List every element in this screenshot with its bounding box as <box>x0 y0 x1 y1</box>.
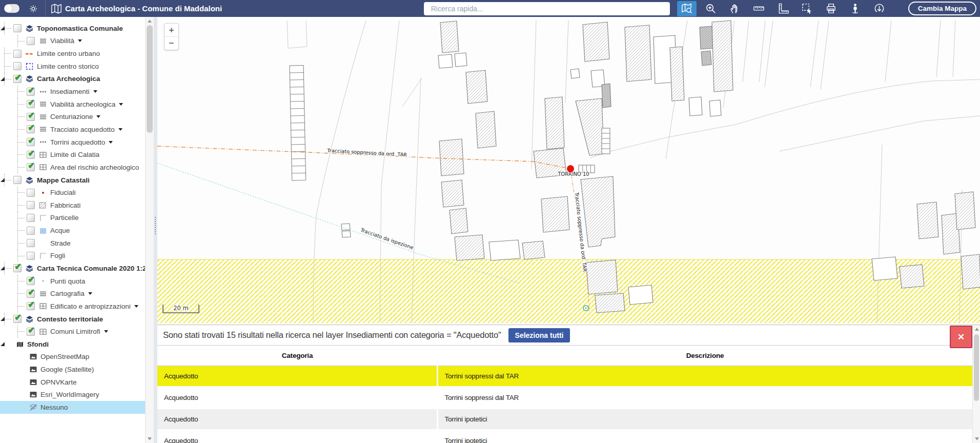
expand-arrow-icon[interactable] <box>1 26 5 30</box>
sidebar-item-tracciato-acquedotto[interactable]: Tracciato acquedotto <box>0 123 145 136</box>
sidebar-item-sfondi[interactable]: Sfondi <box>0 338 145 351</box>
layer-checkbox[interactable] <box>27 113 35 121</box>
expand-arrow-icon[interactable] <box>1 77 5 81</box>
cell-descrizione[interactable]: Torrini ipotetici <box>437 430 973 443</box>
sidebar-item-carta-archeologica[interactable]: Carta Archeologica <box>0 73 145 86</box>
layer-checkbox[interactable] <box>27 252 35 260</box>
sidebar-item-area-del-rischio-archeologico[interactable]: Area del rischio archeologico <box>0 161 145 174</box>
layer-checkbox[interactable] <box>13 176 22 184</box>
sidebar-item-viabilit-archeologica[interactable]: Viabilità archeologica <box>0 98 145 111</box>
sidebar-splitter[interactable] <box>154 17 157 443</box>
cell-categoria[interactable]: Acquedotto <box>157 430 437 443</box>
layer-checkbox[interactable] <box>27 290 35 298</box>
layer-checkbox[interactable] <box>27 239 35 247</box>
scroll-up-icon[interactable] <box>148 19 152 23</box>
sidebar-item-edificato-e-antropizzazioni[interactable]: Edificato e antropizzazioni <box>0 300 145 313</box>
torrino-marker[interactable] <box>567 165 574 172</box>
layer-checkbox[interactable] <box>27 37 35 45</box>
expand-arrow-icon[interactable] <box>1 317 5 321</box>
brightness-icon[interactable] <box>28 3 39 14</box>
layer-checkbox[interactable] <box>27 201 35 209</box>
chevron-down-icon[interactable] <box>88 292 92 295</box>
expand-arrow-icon[interactable] <box>1 178 5 182</box>
table-row[interactable]: AcquedottoTorrini ipotetici <box>157 430 973 443</box>
cell-descrizione[interactable]: Torrini soppressi dal TAR <box>437 366 973 387</box>
sidebar-item-nessuno[interactable]: Nessuno <box>0 401 145 414</box>
scroll-up-icon[interactable] <box>975 328 979 331</box>
sidebar-item-fogli[interactable]: Fogli <box>0 250 145 263</box>
theme-toggle[interactable] <box>4 4 19 13</box>
sidebar-item-strade[interactable]: Strade <box>0 237 145 250</box>
expand-arrow-icon[interactable] <box>1 266 5 270</box>
sidebar-item-cartografia[interactable]: Cartografia <box>0 287 145 300</box>
layer-checkbox[interactable] <box>27 189 35 197</box>
chevron-down-icon[interactable] <box>96 115 100 118</box>
sidebar-item-google-satellite[interactable]: Google (Satellite) <box>0 363 145 376</box>
layer-checkbox[interactable] <box>27 277 35 285</box>
chevron-down-icon[interactable] <box>109 141 113 144</box>
sidebar-item-viabilit[interactable]: Viabilità <box>0 35 145 48</box>
select-area-icon[interactable] <box>798 1 817 16</box>
sidebar-item-fabbricati[interactable]: Fabbricati <box>0 199 145 212</box>
pan-hand-icon[interactable] <box>725 1 745 16</box>
layer-checkbox[interactable] <box>27 138 35 146</box>
layer-checkbox[interactable] <box>27 151 35 159</box>
sidebar-item-mappe-catastali[interactable]: Mappe Catastali <box>0 174 145 187</box>
results-scrollbar-thumb[interactable] <box>974 334 979 401</box>
sidebar-item-esri-worldimagery[interactable]: Esri_WorldImagery <box>0 389 145 401</box>
layer-checkbox[interactable] <box>13 75 22 83</box>
column-header-categoria[interactable]: Categoria <box>157 346 437 366</box>
sidebar-item-contesto-territoriale[interactable]: Contesto territoriale <box>0 313 145 326</box>
column-header-descrizione[interactable]: Descrizione <box>437 346 973 366</box>
sidebar-item-fiduciali[interactable]: Fiduciali <box>0 186 145 199</box>
table-row[interactable]: AcquedottoTorrini soppressi dal TAR <box>157 387 973 409</box>
scroll-down-icon[interactable] <box>148 437 152 440</box>
sidebar-item-acque[interactable]: Acque <box>0 224 145 237</box>
sidebar-item-opnvkarte[interactable]: OPNVKarte <box>0 376 145 389</box>
layer-checkbox[interactable] <box>13 264 22 272</box>
layer-checkbox[interactable] <box>13 24 22 32</box>
sidebar-item-particelle[interactable]: Particelle <box>0 212 145 225</box>
select-all-button[interactable]: Seleziona tutti <box>508 328 570 343</box>
change-map-button[interactable]: Cambia Mappa <box>908 2 976 15</box>
map-search-icon[interactable] <box>677 1 697 16</box>
search-input[interactable] <box>424 2 670 15</box>
results-scrollbar[interactable] <box>972 325 980 443</box>
square-ruler-icon[interactable] <box>773 1 793 16</box>
chevron-down-icon[interactable] <box>134 305 138 308</box>
layer-checkbox[interactable] <box>27 88 35 96</box>
layer-checkbox[interactable] <box>27 100 35 108</box>
sidebar-item-limite-centro-storico[interactable]: Limite centro storico <box>0 60 145 73</box>
sidebar-item-carta-tecnica-comunale-2020-1-2[interactable]: Carta Tecnica Comunale 2020 1:2 <box>0 262 145 275</box>
layer-checkbox[interactable] <box>27 125 35 133</box>
measure-ruler-icon[interactable] <box>749 1 769 16</box>
sidebar-item-limite-centro-urbano[interactable]: Limite centro urbano <box>0 47 145 60</box>
sidebar-scrollbar[interactable] <box>145 17 154 443</box>
chevron-down-icon[interactable] <box>119 103 123 106</box>
chevron-down-icon[interactable] <box>78 39 82 42</box>
zoom-out-button[interactable]: − <box>165 37 178 50</box>
sidebar-item-punti-quota[interactable]: Punti quota <box>0 275 145 288</box>
zoom-in-icon[interactable] <box>701 1 721 16</box>
layer-checkbox[interactable] <box>27 302 35 310</box>
sidebar-item-torrini-acquedotto[interactable]: Torrini acquedotto <box>0 136 145 149</box>
sidebar-item-centuriazione[interactable]: Centuriazione <box>0 110 145 123</box>
sidebar-item-openstreetmap[interactable]: OpenStreetMap <box>0 351 145 364</box>
map-canvas[interactable]: + − Tracciato soppresso da ord. TARTracc… <box>157 17 980 325</box>
layer-checkbox[interactable] <box>13 315 22 323</box>
sidebar-item-toponomastica-comunale[interactable]: Toponomastica Comunale <box>0 22 145 35</box>
cell-descrizione[interactable]: Torrini ipotetici <box>437 409 973 430</box>
sidebar-scrollbar-thumb[interactable] <box>147 25 153 133</box>
chevron-down-icon[interactable] <box>104 330 108 333</box>
layer-checkbox[interactable] <box>13 50 22 58</box>
cell-categoria[interactable]: Acquedotto <box>157 366 437 387</box>
layer-checkbox[interactable] <box>27 227 35 235</box>
scroll-down-icon[interactable] <box>975 437 979 440</box>
expand-arrow-icon[interactable] <box>1 342 5 346</box>
chevron-down-icon[interactable] <box>93 90 97 93</box>
cell-descrizione[interactable]: Torrini soppressi dal TAR <box>437 387 973 409</box>
download-icon[interactable] <box>870 1 889 16</box>
cell-categoria[interactable]: Acquedotto <box>157 409 437 430</box>
sidebar-item-insediamenti[interactable]: Insediamenti <box>0 85 145 98</box>
print-icon[interactable] <box>822 1 841 16</box>
